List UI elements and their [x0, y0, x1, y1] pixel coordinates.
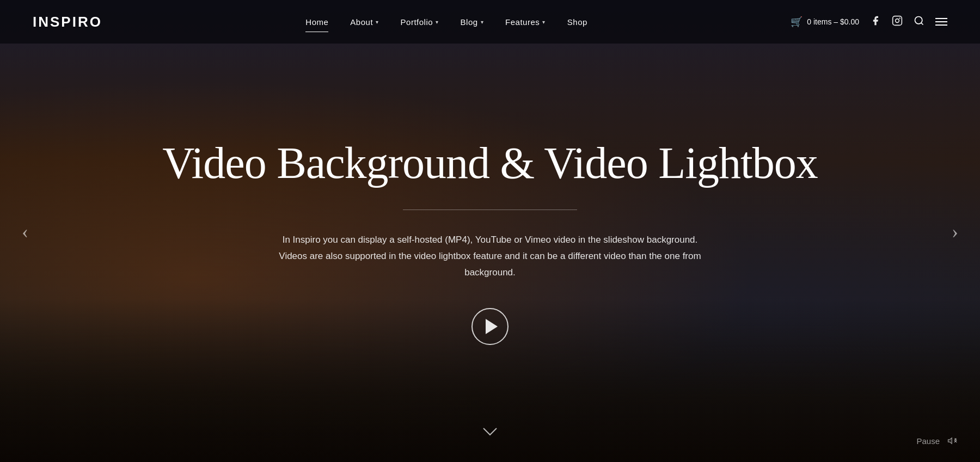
hero-description: In Inspiro you can display a self-hosted…	[272, 232, 708, 280]
slideshow-prev-button[interactable]: ‹	[11, 209, 39, 254]
nav-about-label: About	[350, 17, 373, 27]
svg-rect-0	[893, 16, 902, 25]
nav-shop-label: Shop	[567, 17, 587, 27]
chevron-down-icon: ▾	[376, 19, 379, 25]
pause-button[interactable]: Pause	[916, 436, 940, 446]
menu-line-3	[935, 24, 947, 26]
hero-title: Video Background & Video Lightbox	[162, 139, 818, 188]
nav-item-shop[interactable]: Shop	[556, 2, 598, 42]
chevron-down-icon: ▾	[542, 19, 546, 25]
nav-item-portfolio[interactable]: Portfolio ▾	[390, 2, 450, 42]
svg-line-4	[921, 22, 923, 24]
video-controls: Pause	[916, 436, 958, 446]
nav-item-blog[interactable]: Blog ▾	[450, 2, 495, 42]
prev-arrow-icon: ‹	[22, 220, 28, 242]
chevron-down-icon: ▾	[481, 19, 484, 25]
menu-line-2	[935, 21, 947, 22]
cart-button[interactable]: 🛒 0 items – $0.00	[791, 16, 859, 28]
instagram-link[interactable]	[892, 15, 903, 29]
facebook-link[interactable]	[870, 15, 881, 29]
mute-button[interactable]	[946, 436, 958, 446]
hero-section: Video Background & Video Lightbox In Ins…	[0, 44, 980, 462]
nav-item-home[interactable]: Home	[295, 2, 339, 42]
menu-line-1	[935, 18, 947, 19]
nav-blog-label: Blog	[461, 17, 478, 27]
hero-divider	[403, 210, 577, 210]
chevron-down-large-icon	[482, 427, 498, 437]
search-icon	[914, 15, 924, 26]
nav-item-features[interactable]: Features ▾	[494, 2, 556, 42]
svg-marker-5	[948, 438, 952, 444]
nav-features-label: Features	[505, 17, 540, 27]
nav-item-about[interactable]: About ▾	[339, 2, 389, 42]
cart-icon: 🛒	[791, 16, 803, 28]
navbar: INSPIRO Home About ▾ Portfolio ▾ Blog ▾ …	[0, 0, 980, 44]
play-video-button[interactable]	[471, 308, 509, 345]
svg-point-1	[896, 19, 899, 22]
search-button[interactable]	[914, 15, 924, 29]
cart-label: 0 items – $0.00	[807, 17, 859, 26]
svg-point-3	[915, 16, 922, 23]
site-logo[interactable]: INSPIRO	[33, 14, 102, 30]
next-arrow-icon: ›	[952, 220, 958, 242]
scroll-down-button[interactable]	[482, 426, 498, 440]
nav-menu: Home About ▾ Portfolio ▾ Blog ▾ Features…	[295, 2, 598, 42]
slideshow-next-button[interactable]: ›	[941, 209, 969, 254]
nav-right-actions: 🛒 0 items – $0.00	[791, 15, 947, 29]
svg-point-2	[899, 18, 900, 19]
chevron-down-icon: ▾	[436, 19, 439, 25]
mute-icon	[946, 436, 958, 446]
nav-home-label: Home	[305, 17, 328, 27]
facebook-icon	[870, 15, 881, 26]
instagram-icon	[892, 15, 903, 26]
hamburger-menu-button[interactable]	[935, 18, 947, 26]
nav-portfolio-label: Portfolio	[401, 17, 433, 27]
